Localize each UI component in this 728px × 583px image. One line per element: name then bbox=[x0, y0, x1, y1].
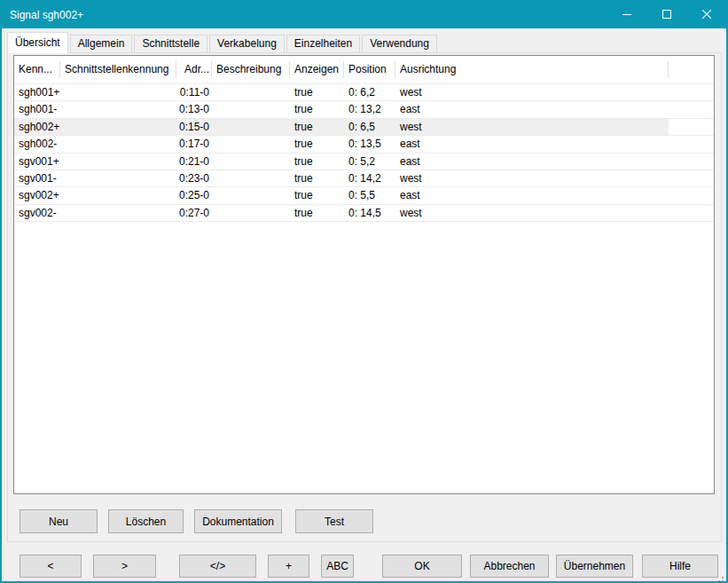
table-row-sgv001-[interactable]: sgv001-0:23-0true0: 14,2west bbox=[14, 170, 714, 187]
cell-filler bbox=[669, 205, 714, 221]
nav-back-button[interactable]: < bbox=[20, 555, 82, 578]
column-header-schnittstellenkennung[interactable]: Schnittstellenkennung bbox=[60, 56, 176, 83]
nav-forward-button[interactable]: > bbox=[93, 555, 156, 578]
window-title: Signal sgh002+ bbox=[10, 2, 83, 28]
titlebar-controls bbox=[607, 2, 726, 28]
cell-filler bbox=[669, 154, 714, 169]
cell-ausrichtung: west bbox=[395, 170, 669, 186]
signal-dialog: Signal sgh002+ ÜbersichtAllgemeinSchnitt… bbox=[0, 0, 728, 583]
titlebar[interactable]: Signal sgh002+ bbox=[2, 2, 726, 28]
cell-ausrichtung: east bbox=[395, 154, 669, 169]
test-button[interactable]: Test bbox=[295, 509, 373, 533]
table-row-sgh001+[interactable]: sgh001+0:11-0true0: 6,2west bbox=[14, 84, 714, 101]
column-header-position[interactable]: Position bbox=[344, 56, 395, 83]
cell-adresse: 0:13-0 bbox=[176, 101, 212, 117]
table-row-sgh001-[interactable]: sgh001-0:13-0true0: 13,2east bbox=[14, 101, 714, 118]
cell-anzeigen: true bbox=[290, 136, 344, 152]
tab-einzelheiten[interactable]: Einzelheiten bbox=[286, 35, 360, 53]
cell-beschreibung bbox=[212, 119, 290, 135]
cell-ausrichtung: west bbox=[395, 119, 669, 135]
cell-schnittstellenkennung bbox=[60, 170, 176, 186]
cell-adresse: 0:15-0 bbox=[176, 119, 212, 135]
cell-kennung: sgh002+ bbox=[14, 119, 60, 135]
cell-kennung: sgh001+ bbox=[14, 84, 60, 100]
neu-button[interactable]: Neu bbox=[20, 509, 98, 533]
cell-schnittstellenkennung bbox=[60, 101, 176, 117]
cell-anzeigen: true bbox=[290, 119, 344, 135]
table-row-sgh002-[interactable]: sgh002-0:17-0true0: 13,5east bbox=[14, 136, 714, 153]
cell-filler bbox=[669, 170, 714, 186]
abc-button[interactable]: ABC bbox=[321, 555, 354, 578]
cell-position: 0: 5,2 bbox=[344, 154, 395, 169]
tab-bersicht[interactable]: Übersicht bbox=[7, 32, 68, 53]
minimize-icon bbox=[622, 9, 631, 21]
column-header-filler bbox=[669, 56, 714, 83]
column-header-kennung[interactable]: Kenn... bbox=[14, 56, 60, 83]
minimize-button[interactable] bbox=[607, 2, 646, 28]
code-view-button[interactable]: </> bbox=[179, 555, 256, 578]
cell-beschreibung bbox=[212, 187, 290, 203]
hilfe-button[interactable]: Hilfe bbox=[642, 555, 718, 578]
cell-position: 0: 6,5 bbox=[344, 119, 395, 135]
uebernehmen-button[interactable]: Übernehmen bbox=[556, 555, 633, 578]
column-header-adresse[interactable]: Adr... bbox=[176, 56, 212, 83]
column-header-beschreibung[interactable]: Beschreibung bbox=[212, 56, 290, 83]
cell-ausrichtung: east bbox=[395, 136, 669, 152]
cell-anzeigen: true bbox=[290, 205, 344, 221]
cell-adresse: 0:25-0 bbox=[176, 187, 212, 203]
cell-beschreibung bbox=[212, 84, 290, 100]
bottom-button-bar: <></>+ABCOKAbbrechenÜbernehmenHilfe bbox=[2, 555, 726, 578]
cell-schnittstellenkennung bbox=[60, 84, 176, 100]
cell-filler bbox=[669, 84, 714, 100]
close-button[interactable] bbox=[686, 2, 726, 28]
cell-adresse: 0:23-0 bbox=[176, 170, 212, 186]
cell-adresse: 0:17-0 bbox=[176, 136, 212, 152]
table-row-sgv002+[interactable]: sgv002+0:25-0true0: 5,5east bbox=[14, 187, 714, 204]
cell-filler bbox=[669, 101, 714, 117]
action-button-bar: NeuLöschenDokumentationTest bbox=[2, 509, 726, 533]
table-row-sgh002+[interactable]: sgh002+0:15-0true0: 6,5west bbox=[14, 119, 714, 136]
cell-position: 0: 13,2 bbox=[344, 101, 395, 117]
cell-kennung: sgv001- bbox=[14, 170, 60, 186]
cell-filler bbox=[669, 119, 714, 135]
cell-position: 0: 5,5 bbox=[344, 187, 395, 203]
abbrechen-button[interactable]: Abbrechen bbox=[470, 555, 549, 578]
cell-position: 0: 14,2 bbox=[344, 170, 395, 186]
cell-beschreibung bbox=[212, 136, 290, 152]
cell-ausrichtung: east bbox=[395, 187, 669, 203]
tab-verkabelung[interactable]: Verkabelung bbox=[209, 35, 285, 53]
cell-beschreibung bbox=[212, 154, 290, 169]
maximize-button[interactable] bbox=[646, 2, 686, 28]
cell-adresse: 0:11-0 bbox=[176, 84, 212, 100]
ok-button[interactable]: OK bbox=[382, 555, 462, 578]
cell-kennung: sgh001- bbox=[14, 101, 60, 117]
table-row-sgv002-[interactable]: sgv002-0:27-0true0: 14,5west bbox=[14, 205, 714, 222]
cell-position: 0: 6,2 bbox=[344, 84, 395, 100]
tab-allgemein[interactable]: Allgemein bbox=[70, 35, 133, 53]
cell-filler bbox=[669, 136, 714, 152]
column-header-ausrichtung[interactable]: Ausrichtung bbox=[395, 56, 669, 83]
column-header-anzeigen[interactable]: Anzeigen bbox=[290, 56, 344, 83]
table-body: sgh001+0:11-0true0: 6,2westsgh001-0:13-0… bbox=[14, 84, 714, 222]
cell-filler bbox=[669, 187, 714, 203]
loeschen-button[interactable]: Löschen bbox=[108, 509, 184, 533]
maximize-icon bbox=[662, 9, 671, 21]
cell-adresse: 0:27-0 bbox=[176, 205, 212, 221]
cell-position: 0: 14,5 bbox=[344, 205, 395, 221]
cell-schnittstellenkennung bbox=[60, 136, 176, 152]
cell-ausrichtung: west bbox=[395, 205, 669, 221]
dokumentation-button[interactable]: Dokumentation bbox=[194, 509, 282, 533]
plus-button[interactable]: + bbox=[268, 555, 309, 578]
cell-beschreibung bbox=[212, 101, 290, 117]
table-row-sgv001+[interactable]: sgv001+0:21-0true0: 5,2east bbox=[14, 154, 714, 170]
tab-verwendung[interactable]: Verwendung bbox=[362, 35, 437, 53]
cell-schnittstellenkennung bbox=[60, 154, 176, 169]
cell-kennung: sgv002+ bbox=[14, 187, 60, 203]
cell-kennung: sgv002- bbox=[14, 205, 60, 221]
tab-schnittstelle[interactable]: Schnittstelle bbox=[134, 35, 207, 53]
cell-anzeigen: true bbox=[290, 154, 344, 169]
cell-position: 0: 13,5 bbox=[344, 136, 395, 152]
cell-kennung: sgv001+ bbox=[14, 154, 60, 169]
cell-anzeigen: true bbox=[290, 101, 344, 117]
cell-anzeigen: true bbox=[290, 170, 344, 186]
